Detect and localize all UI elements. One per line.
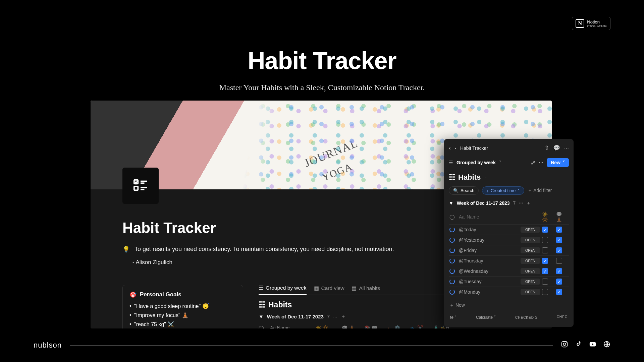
row-name[interactable]: @Friday — [459, 248, 519, 253]
checkbox[interactable] — [542, 237, 548, 243]
row-name[interactable]: @Wednesday — [459, 268, 519, 274]
share-icon[interactable]: ⇧ — [544, 144, 549, 152]
sort-created-time[interactable]: ↓ Created time ˅ — [482, 186, 524, 195]
table-row[interactable]: @YesterdayOPEN — [449, 235, 569, 245]
peek-panel: ‹ ▪ Habit Tracker ⇧ 💬 ··· ☰ Grouped by w… — [444, 139, 574, 327]
checkbox[interactable] — [542, 247, 548, 253]
chevron-down-icon: ˅ — [562, 160, 565, 165]
new-button[interactable]: New˅ — [547, 158, 569, 167]
notion-logo-icon: N — [576, 19, 584, 28]
checklist-icon — [133, 178, 148, 193]
group-label[interactable]: Week of Dec 11-17 2023 — [457, 200, 510, 206]
goal-item: "Improve my focus" 🧘🏽 — [134, 312, 236, 318]
open-button[interactable]: OPEN — [521, 279, 540, 285]
row-name[interactable]: @Today — [459, 227, 519, 232]
panel-title[interactable]: Habits — [458, 173, 481, 182]
goal-item: "reach 75 kg" ⚔️ — [134, 321, 236, 327]
progress-col-head: ◯ — [449, 214, 457, 220]
checkbox[interactable] — [556, 268, 562, 274]
open-button[interactable]: OPEN — [521, 258, 540, 264]
plus-icon[interactable]: ＋ — [341, 313, 346, 320]
tiktok-icon[interactable] — [575, 341, 582, 350]
checkbox[interactable] — [542, 289, 548, 295]
open-button[interactable]: OPEN — [521, 289, 540, 295]
tab-card-view[interactable]: ▦Card view — [314, 285, 344, 291]
open-button[interactable]: OPEN — [521, 247, 540, 253]
search-button[interactable]: 🔍 Search — [449, 186, 479, 195]
checkbox[interactable] — [542, 227, 548, 233]
more-icon[interactable]: ··· — [333, 314, 337, 319]
back-icon[interactable]: ‹ — [449, 145, 451, 152]
view-name[interactable]: Grouped by week — [457, 160, 496, 165]
page-icon[interactable] — [122, 168, 159, 204]
checkbox[interactable] — [542, 279, 548, 285]
group-label[interactable]: Week of Dec 11-17 2023 — [267, 314, 324, 319]
quote-text: To get results you need consistency. To … — [135, 246, 394, 253]
table-row[interactable]: @WednesdayOPEN — [449, 266, 569, 276]
checkbox[interactable] — [556, 279, 562, 285]
list-icon: ☰ — [449, 160, 453, 165]
list-icon: ☷ — [259, 300, 266, 309]
table-row[interactable]: @TodayOPEN — [449, 224, 569, 235]
svg-rect-3 — [134, 186, 138, 190]
notion-affiliate-badge: N Notion Official Affiliate — [572, 17, 610, 30]
checkbox[interactable] — [556, 289, 562, 295]
checkbox[interactable] — [556, 227, 562, 233]
new-row-button[interactable]: ＋ New — [449, 300, 569, 310]
calculate-menu[interactable]: Calculate ˅ — [476, 315, 496, 320]
progress-spinner-icon — [449, 227, 455, 232]
footer-truncated-right: CHEC — [557, 315, 568, 320]
breadcrumb[interactable]: Habit Tracker — [460, 145, 540, 151]
more-icon[interactable]: ··· — [539, 159, 543, 166]
open-button[interactable]: OPEN — [521, 237, 540, 243]
checkbox[interactable] — [542, 258, 548, 264]
tab-grouped-by-week[interactable]: ☰Grouped by week — [259, 285, 307, 295]
row-name[interactable]: @Yesterday — [459, 237, 519, 243]
cover-handwriting-2: YOGA — [320, 161, 354, 183]
expand-icon[interactable]: ⤢ — [531, 159, 535, 166]
plus-icon[interactable]: ＋ — [526, 200, 531, 206]
chevron-down-icon[interactable]: ˅ — [499, 160, 501, 165]
goal-item: "Have a good sleep routine" 😴 — [134, 303, 236, 309]
page-small-icon: ▪ — [455, 146, 456, 150]
page-footer: nublson — [34, 341, 610, 350]
more-icon[interactable]: ··· — [519, 200, 523, 206]
title-more-icon[interactable]: ··· — [483, 175, 488, 180]
checkbox[interactable] — [542, 268, 548, 274]
list-icon: ☰ — [259, 285, 263, 291]
checkbox[interactable] — [556, 237, 562, 243]
comment-icon[interactable]: 💬 — [553, 144, 560, 152]
affiliate-brand: Notion — [587, 19, 600, 24]
youtube-icon[interactable] — [589, 341, 596, 350]
tab-all-habits[interactable]: ▤All habits — [352, 285, 380, 291]
instagram-icon[interactable] — [561, 341, 568, 350]
row-name[interactable]: @Monday — [459, 289, 519, 295]
table-icon: ▤ — [352, 285, 357, 291]
caret-down-icon[interactable]: ▼ — [449, 200, 453, 206]
checkbox[interactable] — [556, 258, 562, 264]
row-name[interactable]: @Tuesday — [459, 279, 519, 284]
table-row[interactable]: @FridayOPEN — [449, 245, 569, 255]
table-row[interactable]: @MondayOPEN — [449, 287, 569, 297]
footer-truncated-left[interactable]: te ˅ — [450, 315, 457, 320]
open-button[interactable]: OPEN — [521, 227, 540, 233]
more-icon[interactable]: ··· — [564, 145, 569, 152]
globe-icon[interactable] — [603, 341, 610, 350]
name-col-head: AaName — [459, 214, 519, 220]
grid-icon: ▦ — [314, 285, 319, 291]
list-icon: ☷ — [449, 173, 455, 182]
caret-down-icon[interactable]: ▼ — [259, 314, 264, 319]
checkbox[interactable] — [556, 247, 562, 253]
open-button[interactable]: OPEN — [521, 268, 540, 274]
personal-goals-block[interactable]: 🎯Personal Goals "Have a good sleep routi… — [122, 285, 243, 328]
svg-point-8 — [566, 342, 567, 343]
checked-count: 3 — [535, 315, 537, 320]
progress-col-head: ◯ — [259, 325, 268, 328]
row-name[interactable]: @Thursday — [459, 258, 519, 263]
add-filter-button[interactable]: ＋ Add filter — [528, 188, 552, 194]
cover-handwriting-1: JOURNAL — [303, 137, 360, 170]
group-count: 7 — [513, 200, 516, 206]
table-row[interactable]: @TuesdayOPEN — [449, 276, 569, 287]
progress-spinner-icon — [449, 268, 455, 274]
table-row[interactable]: @ThursdayOPEN — [449, 255, 569, 266]
